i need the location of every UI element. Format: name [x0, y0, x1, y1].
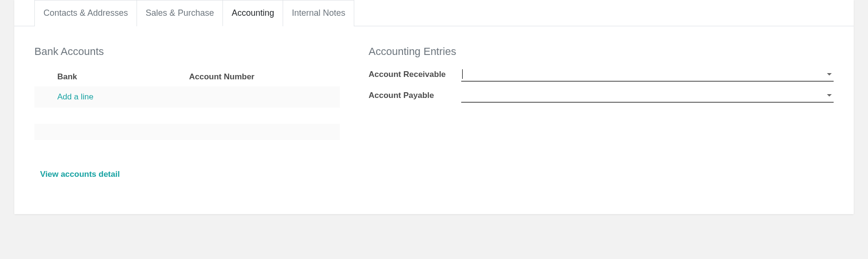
bank-table-add-row: Add a line: [34, 86, 340, 108]
chevron-down-icon[interactable]: [827, 94, 832, 97]
chevron-down-icon[interactable]: [827, 73, 832, 76]
tab-contacts-addresses[interactable]: Contacts & Addresses: [34, 0, 137, 26]
view-accounts-detail-link[interactable]: View accounts detail: [40, 170, 120, 179]
bank-table-footer: [34, 124, 340, 140]
text-cursor: [462, 69, 463, 79]
account-receivable-input-wrap[interactable]: [461, 67, 834, 82]
tab-internal-notes[interactable]: Internal Notes: [283, 0, 354, 26]
account-number-column-header[interactable]: Account Number: [189, 72, 340, 82]
account-receivable-label: Account Receivable: [369, 70, 461, 79]
account-payable-input-wrap[interactable]: [461, 88, 834, 103]
accounting-entries-section: Accounting Entries Account Receivable Ac…: [369, 45, 834, 179]
page-wrapper: Contacts & Addresses Sales & Purchase Ac…: [14, 0, 854, 214]
account-receivable-row: Account Receivable: [369, 67, 834, 82]
add-a-line-link[interactable]: Add a line: [57, 92, 94, 102]
account-payable-label: Account Payable: [369, 91, 461, 100]
bank-accounts-section: Bank Accounts Bank Account Number Add a …: [34, 45, 340, 179]
tab-sales-purchase[interactable]: Sales & Purchase: [137, 0, 223, 26]
tab-accounting[interactable]: Accounting: [222, 0, 283, 26]
account-receivable-input[interactable]: [461, 68, 827, 80]
account-payable-input[interactable]: [461, 89, 827, 101]
bank-table-header: Bank Account Number: [34, 67, 340, 86]
account-payable-row: Account Payable: [369, 88, 834, 103]
bank-accounts-title: Bank Accounts: [34, 45, 340, 58]
bank-accounts-table: Bank Account Number Add a line: [34, 67, 340, 140]
bank-column-header[interactable]: Bank: [57, 72, 189, 82]
accounting-entries-title: Accounting Entries: [369, 45, 834, 58]
tabs-row: Contacts & Addresses Sales & Purchase Ac…: [14, 0, 854, 26]
content-area: Bank Accounts Bank Account Number Add a …: [14, 26, 854, 203]
